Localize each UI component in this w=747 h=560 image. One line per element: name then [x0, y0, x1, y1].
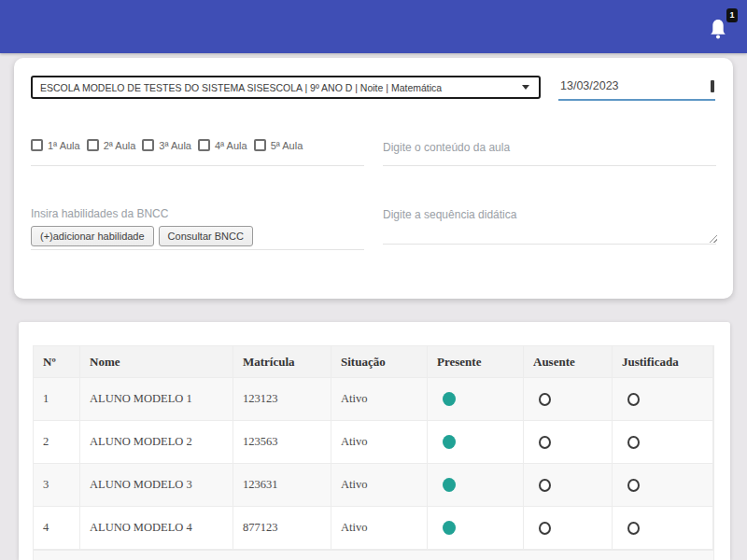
lesson-content-input[interactable]	[383, 138, 710, 157]
add-skill-button[interactable]: (+)adicionar habilidade	[31, 226, 154, 246]
table-row: 4 ALUNO MODELO 4 877123 Ativo	[34, 507, 713, 550]
column-header-justificada: Justificada	[613, 346, 713, 378]
class-select-value: ESCOLA MODELO DE TESTES DO SISTEMA SISES…	[33, 82, 522, 93]
sequence-underline	[383, 244, 716, 245]
consult-bncc-button[interactable]: Consultar BNCC	[159, 226, 253, 246]
column-header-situacao: Situação	[331, 346, 428, 378]
class-select[interactable]: ESCOLA MODELO DE TESTES DO SISTEMA SISES…	[31, 76, 541, 99]
lesson-checkbox-2[interactable]: 2ª Aula	[87, 139, 136, 151]
bncc-skills-label: Insira habilidades da BNCC	[31, 207, 168, 220]
table-row: 3 ALUNO MODELO 3 123631 Ativo	[34, 464, 713, 507]
cell-matricula: 877123	[233, 507, 331, 550]
cell-matricula: 123563	[233, 421, 331, 464]
lesson-label: 1ª Aula	[48, 140, 80, 151]
justificada-radio[interactable]	[627, 393, 640, 406]
didactic-sequence-input[interactable]	[383, 205, 710, 224]
justificada-radio[interactable]	[627, 436, 640, 449]
presente-radio[interactable]	[443, 478, 456, 492]
checkbox-icon[interactable]	[31, 139, 43, 151]
cell-name: ALUNO MODELO 3	[80, 464, 233, 507]
lesson-label: 4ª Aula	[215, 140, 247, 151]
content-underline	[383, 165, 716, 166]
column-header-nome: Nome	[80, 346, 233, 378]
justificada-radio[interactable]	[627, 522, 640, 535]
checkbox-icon[interactable]	[198, 139, 210, 151]
cell-name: ALUNO MODELO 1	[80, 378, 233, 421]
column-header-matricula: Matrícula	[233, 346, 331, 378]
lesson-label: 2ª Aula	[104, 140, 136, 151]
table-row-partial	[34, 550, 713, 560]
cell-num: 3	[34, 464, 80, 507]
lesson-checkbox-1[interactable]: 1ª Aula	[31, 139, 80, 151]
presente-radio[interactable]	[443, 435, 456, 449]
lesson-checkbox-4[interactable]: 4ª Aula	[198, 139, 247, 151]
column-header-ausente: Ausente	[524, 346, 613, 378]
attendance-table: Nº Nome Matrícula Situação Presente Ause…	[33, 345, 714, 560]
bncc-underline	[31, 249, 364, 250]
notifications-button[interactable]: 1	[708, 17, 734, 45]
notification-badge: 1	[726, 8, 738, 22]
attendance-card: Nº Nome Matrícula Situação Presente Ause…	[19, 322, 730, 560]
cell-name: ALUNO MODELO 4	[80, 507, 233, 550]
column-header-presente: Presente	[428, 346, 524, 378]
ausente-radio[interactable]	[539, 479, 551, 492]
checkbox-icon[interactable]	[142, 139, 154, 151]
cell-situacao: Ativo	[331, 507, 428, 550]
cell-num: 4	[34, 507, 80, 550]
cell-name: ALUNO MODELO 2	[80, 421, 233, 464]
cell-matricula: 123631	[233, 464, 331, 507]
lessons-underline	[31, 165, 364, 166]
table-row: 2 ALUNO MODELO 2 123563 Ativo	[34, 421, 713, 464]
cell-situacao: Ativo	[331, 378, 428, 421]
cell-situacao: Ativo	[331, 421, 428, 464]
table-row: 1 ALUNO MODELO 1 123123 Ativo	[34, 378, 713, 421]
ausente-radio[interactable]	[539, 436, 551, 449]
lesson-checkbox-5[interactable]: 5ª Aula	[254, 139, 303, 151]
column-header-num: Nº	[34, 346, 80, 378]
bell-icon	[708, 17, 728, 41]
textarea-resize-handle[interactable]	[709, 234, 717, 243]
justificada-radio[interactable]	[627, 479, 640, 492]
checkbox-icon[interactable]	[254, 139, 266, 151]
calendar-icon[interactable]	[711, 80, 714, 92]
lesson-form-card: ESCOLA MODELO DE TESTES DO SISTEMA SISES…	[14, 58, 733, 299]
presente-radio[interactable]	[443, 521, 456, 535]
ausente-radio[interactable]	[539, 522, 551, 535]
lesson-checkbox-3[interactable]: 3ª Aula	[142, 139, 191, 151]
bncc-buttons-row: (+)adicionar habilidade Consultar BNCC	[31, 226, 258, 246]
cell-num: 2	[34, 421, 80, 464]
cell-situacao: Ativo	[331, 464, 428, 507]
chevron-down-icon	[522, 85, 529, 90]
cell-matricula: 123123	[233, 378, 331, 421]
ausente-radio[interactable]	[539, 393, 551, 406]
date-field[interactable]	[558, 73, 715, 101]
table-header-row: Nº Nome Matrícula Situação Presente Ause…	[34, 346, 713, 378]
date-input[interactable]	[558, 79, 711, 92]
lesson-label: 5ª Aula	[271, 140, 303, 151]
cell-num: 1	[34, 378, 80, 421]
presente-radio[interactable]	[443, 392, 456, 406]
lessons-checkbox-row: 1ª Aula 2ª Aula 3ª Aula 4ª Aula 5ª Aula	[31, 139, 309, 151]
checkbox-icon[interactable]	[87, 139, 99, 151]
app-header: 1	[0, 0, 747, 53]
lesson-label: 3ª Aula	[159, 140, 191, 151]
